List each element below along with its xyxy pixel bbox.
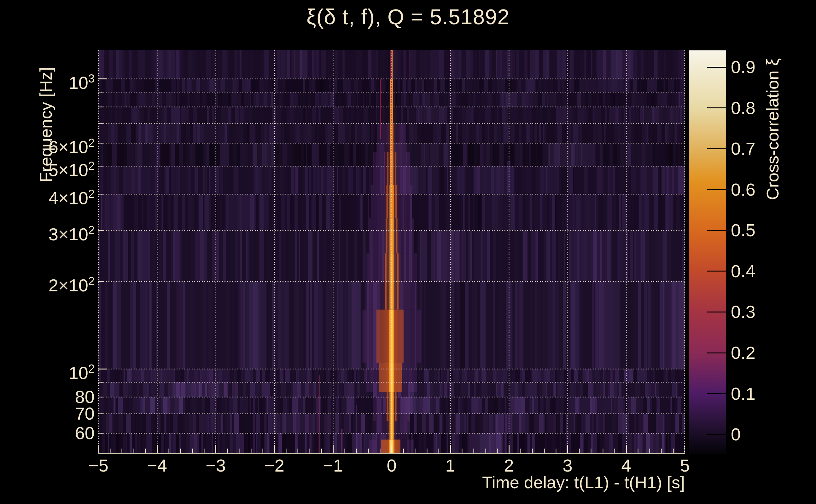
y-tick-label: 3×102 [49,221,95,244]
colorbar-tick-label: 0 [731,425,741,444]
y-tick-label: 80 [75,387,95,406]
y-tick-label: 5×102 [49,157,95,180]
y-tick-label: 2×102 [49,272,95,295]
colorbar-tick-label: 0.1 [731,384,756,403]
x-tick-label: −1 [308,457,358,474]
y-tick-label: 60 [75,424,95,443]
x-tick-label: −2 [249,457,300,474]
y-axis-title: Frequency [Hz] [36,44,55,182]
x-tick-label: 4 [601,457,652,474]
colorbar-gradient [689,50,726,454]
x-tick-label: 2 [484,457,534,474]
colorbar-tick-label: 0.8 [731,99,756,117]
x-tick-label: 1 [425,457,475,474]
colorbar-tick-label: 0.5 [731,221,756,240]
x-axis-title: Time delay: t(L1) - t(H1) [s] [0,473,685,492]
y-tick-label: 103 [69,69,95,92]
heatmap-plot-area[interactable] [98,50,685,454]
colorbar-tick-label: 0.9 [731,58,756,77]
colorbar-tick-label: 0.4 [731,262,756,281]
x-tick-label: 5 [660,457,710,474]
y-tick-label: 6×102 [49,134,95,157]
x-tick-label: −3 [190,457,241,474]
plot-title: ξ(δ t, f), Q = 5.51892 [0,4,816,29]
y-tick-label: 4×102 [49,185,95,208]
colorbar-tick-label: 0.6 [731,180,756,199]
colorbar-tick-label: 0.2 [731,343,756,362]
x-tick-label: −4 [132,457,182,474]
colorbar-tick-label: 0.3 [731,302,756,321]
y-tick-label: 70 [75,404,95,423]
colorbar-tick-label: 0.7 [731,139,756,158]
x-tick-label: −5 [73,457,123,474]
x-tick-label: 0 [366,457,417,474]
colorbar-title: Cross-correlation ξ [763,49,782,200]
figure: ξ(δ t, f), Q = 5.51892 Frequency [Hz] 10… [0,0,816,504]
x-tick-label: 3 [542,457,593,474]
y-tick-label: 102 [69,359,95,382]
